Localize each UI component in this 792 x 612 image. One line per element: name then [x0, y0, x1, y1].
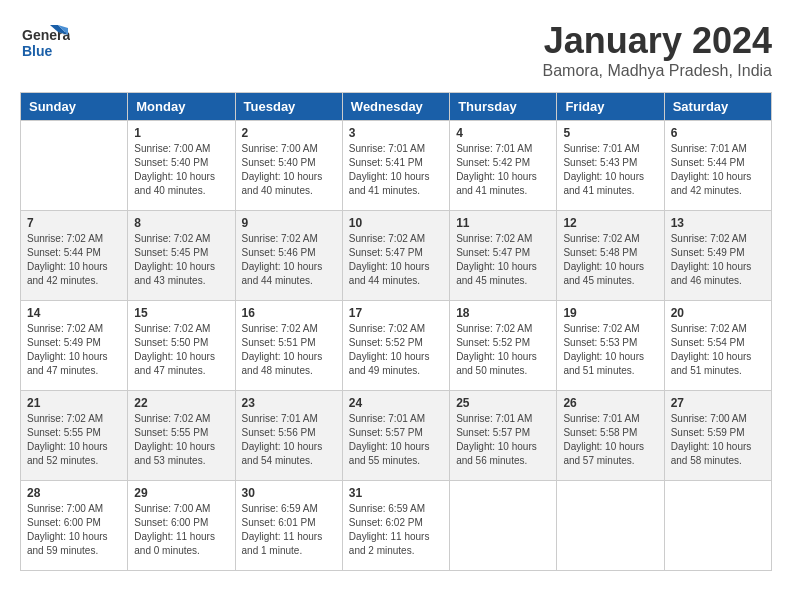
day-info: Sunrise: 7:02 AM Sunset: 5:55 PM Dayligh… — [134, 412, 228, 468]
day-number: 20 — [671, 306, 765, 320]
table-row — [557, 481, 664, 571]
table-row: 6Sunrise: 7:01 AM Sunset: 5:44 PM Daylig… — [664, 121, 771, 211]
title-section: January 2024 Bamora, Madhya Pradesh, Ind… — [543, 20, 772, 80]
day-number: 31 — [349, 486, 443, 500]
day-info: Sunrise: 7:02 AM Sunset: 5:54 PM Dayligh… — [671, 322, 765, 378]
day-number: 28 — [27, 486, 121, 500]
day-info: Sunrise: 7:02 AM Sunset: 5:47 PM Dayligh… — [349, 232, 443, 288]
calendar-title: January 2024 — [543, 20, 772, 62]
calendar-week-row: 7Sunrise: 7:02 AM Sunset: 5:44 PM Daylig… — [21, 211, 772, 301]
table-row: 23Sunrise: 7:01 AM Sunset: 5:56 PM Dayli… — [235, 391, 342, 481]
table-row: 4Sunrise: 7:01 AM Sunset: 5:42 PM Daylig… — [450, 121, 557, 211]
calendar-header-row: Sunday Monday Tuesday Wednesday Thursday… — [21, 93, 772, 121]
table-row: 13Sunrise: 7:02 AM Sunset: 5:49 PM Dayli… — [664, 211, 771, 301]
table-row: 26Sunrise: 7:01 AM Sunset: 5:58 PM Dayli… — [557, 391, 664, 481]
day-info: Sunrise: 6:59 AM Sunset: 6:01 PM Dayligh… — [242, 502, 336, 558]
header-sunday: Sunday — [21, 93, 128, 121]
day-number: 26 — [563, 396, 657, 410]
calendar-week-row: 14Sunrise: 7:02 AM Sunset: 5:49 PM Dayli… — [21, 301, 772, 391]
day-number: 8 — [134, 216, 228, 230]
table-row: 5Sunrise: 7:01 AM Sunset: 5:43 PM Daylig… — [557, 121, 664, 211]
calendar-week-row: 1Sunrise: 7:00 AM Sunset: 5:40 PM Daylig… — [21, 121, 772, 211]
day-number: 23 — [242, 396, 336, 410]
logo-icon: General Blue — [20, 20, 70, 69]
day-number: 17 — [349, 306, 443, 320]
calendar-table: Sunday Monday Tuesday Wednesday Thursday… — [20, 92, 772, 571]
table-row: 9Sunrise: 7:02 AM Sunset: 5:46 PM Daylig… — [235, 211, 342, 301]
table-row: 31Sunrise: 6:59 AM Sunset: 6:02 PM Dayli… — [342, 481, 449, 571]
table-row: 30Sunrise: 6:59 AM Sunset: 6:01 PM Dayli… — [235, 481, 342, 571]
table-row: 1Sunrise: 7:00 AM Sunset: 5:40 PM Daylig… — [128, 121, 235, 211]
page-header: General Blue January 2024 Bamora, Madhya… — [20, 20, 772, 80]
header-wednesday: Wednesday — [342, 93, 449, 121]
table-row: 19Sunrise: 7:02 AM Sunset: 5:53 PM Dayli… — [557, 301, 664, 391]
table-row: 21Sunrise: 7:02 AM Sunset: 5:55 PM Dayli… — [21, 391, 128, 481]
header-thursday: Thursday — [450, 93, 557, 121]
day-info: Sunrise: 7:01 AM Sunset: 5:58 PM Dayligh… — [563, 412, 657, 468]
table-row: 3Sunrise: 7:01 AM Sunset: 5:41 PM Daylig… — [342, 121, 449, 211]
day-info: Sunrise: 7:01 AM Sunset: 5:57 PM Dayligh… — [456, 412, 550, 468]
table-row: 11Sunrise: 7:02 AM Sunset: 5:47 PM Dayli… — [450, 211, 557, 301]
table-row: 15Sunrise: 7:02 AM Sunset: 5:50 PM Dayli… — [128, 301, 235, 391]
table-row: 24Sunrise: 7:01 AM Sunset: 5:57 PM Dayli… — [342, 391, 449, 481]
day-number: 6 — [671, 126, 765, 140]
day-info: Sunrise: 7:01 AM Sunset: 5:44 PM Dayligh… — [671, 142, 765, 198]
table-row: 28Sunrise: 7:00 AM Sunset: 6:00 PM Dayli… — [21, 481, 128, 571]
day-number: 21 — [27, 396, 121, 410]
day-number: 1 — [134, 126, 228, 140]
table-row: 8Sunrise: 7:02 AM Sunset: 5:45 PM Daylig… — [128, 211, 235, 301]
table-row — [664, 481, 771, 571]
day-number: 3 — [349, 126, 443, 140]
day-number: 12 — [563, 216, 657, 230]
header-saturday: Saturday — [664, 93, 771, 121]
day-number: 2 — [242, 126, 336, 140]
day-number: 19 — [563, 306, 657, 320]
table-row: 7Sunrise: 7:02 AM Sunset: 5:44 PM Daylig… — [21, 211, 128, 301]
day-info: Sunrise: 7:00 AM Sunset: 6:00 PM Dayligh… — [27, 502, 121, 558]
day-info: Sunrise: 7:00 AM Sunset: 6:00 PM Dayligh… — [134, 502, 228, 558]
day-number: 22 — [134, 396, 228, 410]
table-row: 10Sunrise: 7:02 AM Sunset: 5:47 PM Dayli… — [342, 211, 449, 301]
day-info: Sunrise: 7:02 AM Sunset: 5:55 PM Dayligh… — [27, 412, 121, 468]
calendar-week-row: 21Sunrise: 7:02 AM Sunset: 5:55 PM Dayli… — [21, 391, 772, 481]
table-row: 17Sunrise: 7:02 AM Sunset: 5:52 PM Dayli… — [342, 301, 449, 391]
day-number: 25 — [456, 396, 550, 410]
day-info: Sunrise: 6:59 AM Sunset: 6:02 PM Dayligh… — [349, 502, 443, 558]
day-info: Sunrise: 7:01 AM Sunset: 5:41 PM Dayligh… — [349, 142, 443, 198]
day-info: Sunrise: 7:01 AM Sunset: 5:43 PM Dayligh… — [563, 142, 657, 198]
logo: General Blue — [20, 20, 70, 69]
day-info: Sunrise: 7:02 AM Sunset: 5:50 PM Dayligh… — [134, 322, 228, 378]
day-info: Sunrise: 7:01 AM Sunset: 5:56 PM Dayligh… — [242, 412, 336, 468]
header-friday: Friday — [557, 93, 664, 121]
day-info: Sunrise: 7:00 AM Sunset: 5:40 PM Dayligh… — [242, 142, 336, 198]
day-info: Sunrise: 7:02 AM Sunset: 5:47 PM Dayligh… — [456, 232, 550, 288]
day-number: 14 — [27, 306, 121, 320]
day-number: 24 — [349, 396, 443, 410]
day-info: Sunrise: 7:02 AM Sunset: 5:49 PM Dayligh… — [27, 322, 121, 378]
day-info: Sunrise: 7:02 AM Sunset: 5:46 PM Dayligh… — [242, 232, 336, 288]
table-row: 16Sunrise: 7:02 AM Sunset: 5:51 PM Dayli… — [235, 301, 342, 391]
day-number: 9 — [242, 216, 336, 230]
day-number: 16 — [242, 306, 336, 320]
table-row: 18Sunrise: 7:02 AM Sunset: 5:52 PM Dayli… — [450, 301, 557, 391]
day-info: Sunrise: 7:01 AM Sunset: 5:57 PM Dayligh… — [349, 412, 443, 468]
day-number: 11 — [456, 216, 550, 230]
day-number: 10 — [349, 216, 443, 230]
table-row — [21, 121, 128, 211]
day-info: Sunrise: 7:02 AM Sunset: 5:52 PM Dayligh… — [456, 322, 550, 378]
day-info: Sunrise: 7:00 AM Sunset: 5:59 PM Dayligh… — [671, 412, 765, 468]
table-row: 25Sunrise: 7:01 AM Sunset: 5:57 PM Dayli… — [450, 391, 557, 481]
header-tuesday: Tuesday — [235, 93, 342, 121]
table-row: 29Sunrise: 7:00 AM Sunset: 6:00 PM Dayli… — [128, 481, 235, 571]
day-info: Sunrise: 7:01 AM Sunset: 5:42 PM Dayligh… — [456, 142, 550, 198]
day-info: Sunrise: 7:02 AM Sunset: 5:44 PM Dayligh… — [27, 232, 121, 288]
day-number: 5 — [563, 126, 657, 140]
day-info: Sunrise: 7:02 AM Sunset: 5:48 PM Dayligh… — [563, 232, 657, 288]
header-monday: Monday — [128, 93, 235, 121]
calendar-subtitle: Bamora, Madhya Pradesh, India — [543, 62, 772, 80]
day-number: 13 — [671, 216, 765, 230]
day-info: Sunrise: 7:02 AM Sunset: 5:49 PM Dayligh… — [671, 232, 765, 288]
day-info: Sunrise: 7:02 AM Sunset: 5:52 PM Dayligh… — [349, 322, 443, 378]
day-number: 29 — [134, 486, 228, 500]
day-info: Sunrise: 7:02 AM Sunset: 5:53 PM Dayligh… — [563, 322, 657, 378]
